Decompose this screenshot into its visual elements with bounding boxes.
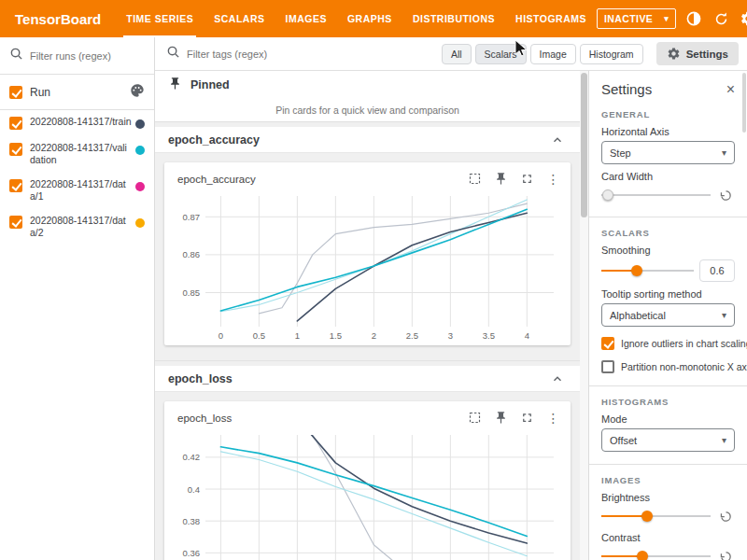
- scrollbar-thumb[interactable]: [581, 73, 587, 217]
- tags-filter-input[interactable]: [187, 49, 442, 60]
- partition-x-axis-checkbox[interactable]: Partition non-monotonic X axis: [601, 359, 735, 373]
- card-actions: ⋮: [467, 171, 561, 187]
- histograms-heading: HISTOGRAMS: [601, 397, 735, 407]
- header-actions: INACTIVE ▾ ?: [597, 8, 747, 29]
- checkbox-icon[interactable]: [601, 360, 614, 373]
- run-row-data-1[interactable]: 20220808-141317/data/1: [0, 173, 154, 209]
- tab-histograms[interactable]: HISTOGRAMS: [505, 0, 597, 37]
- settings-panel-scrollbar[interactable]: [742, 73, 746, 133]
- smoothing-label: Smoothing: [601, 245, 735, 256]
- brightness-control: [601, 507, 735, 525]
- svg-text:0.4: 0.4: [188, 484, 200, 495]
- card-width-slider[interactable]: [601, 186, 711, 204]
- chip-image[interactable]: Image: [530, 44, 576, 64]
- pinned-title: Pinned: [190, 78, 230, 91]
- chip-histogram[interactable]: Histogram: [580, 44, 643, 64]
- tab-graphs[interactable]: GRAPHS: [337, 0, 402, 37]
- pin-icon[interactable]: [493, 171, 509, 187]
- horizontal-axis-select[interactable]: Step ▾: [601, 141, 735, 164]
- fit-to-data-icon[interactable]: [467, 410, 483, 426]
- tooltip-sorting-value: Alphabetical: [610, 310, 666, 321]
- contrast-label: Contrast: [601, 532, 735, 543]
- run-checkbox[interactable]: [9, 216, 22, 229]
- kebab-menu-icon[interactable]: ⋮: [545, 171, 561, 187]
- run-checkbox[interactable]: [9, 143, 22, 156]
- slider-thumb[interactable]: [602, 189, 613, 201]
- run-label: 20220808-141317/validation: [30, 142, 132, 166]
- histogram-mode-select[interactable]: Offset ▾: [601, 428, 735, 452]
- fullscreen-icon[interactable]: [519, 410, 535, 426]
- epoch-accuracy-chart[interactable]: 00.511.522.533.540.850.860.87: [166, 189, 567, 345]
- run-label: 20220808-141317/train: [30, 116, 132, 128]
- brightness-slider[interactable]: [601, 507, 711, 525]
- brightness-label: Brightness: [601, 492, 735, 503]
- theme-toggle-icon[interactable]: [684, 9, 703, 28]
- slider-track[interactable]: [601, 194, 711, 196]
- run-row-train[interactable]: 20220808-141317/train: [0, 110, 154, 136]
- svg-text:0.87: 0.87: [183, 212, 201, 222]
- main-scrollbar[interactable]: [580, 71, 588, 560]
- reset-icon[interactable]: [716, 507, 735, 525]
- reset-icon[interactable]: [716, 547, 735, 560]
- contrast-slider[interactable]: [601, 547, 711, 560]
- tags-filter: [166, 45, 442, 63]
- chevron-down-icon: ▾: [722, 147, 726, 158]
- slider-thumb[interactable]: [631, 265, 642, 276]
- slider-fill: [601, 515, 647, 517]
- card-header: epoch_loss ⋮: [164, 401, 571, 426]
- epoch-loss-chart[interactable]: 00.511.522.533.540.360.380.40.42: [166, 427, 567, 560]
- tooltip-sorting-select[interactable]: Alphabetical ▾: [601, 303, 735, 327]
- slider-thumb[interactable]: [637, 551, 648, 560]
- svg-text:3.5: 3.5: [483, 330, 495, 341]
- settings-button[interactable]: Settings: [656, 42, 739, 65]
- gear-icon: [667, 47, 681, 61]
- divider: [589, 385, 747, 386]
- chip-scalars[interactable]: Scalars: [475, 44, 527, 64]
- run-checkbox[interactable]: [9, 179, 22, 192]
- card-width-label: Card Width: [601, 171, 735, 182]
- fit-to-data-icon[interactable]: [467, 171, 483, 187]
- tab-images[interactable]: IMAGES: [275, 0, 337, 37]
- cards-region: epoch_accuracy ⋮ 00.511.522.533.540.850.…: [155, 153, 580, 361]
- section-header-epoch-accuracy[interactable]: epoch_accuracy: [155, 127, 580, 153]
- tab-time-series[interactable]: TIME SERIES: [116, 0, 204, 37]
- run-row-data-2[interactable]: 20220808-141317/data/2: [0, 209, 154, 245]
- fullscreen-icon[interactable]: [519, 171, 535, 187]
- ignore-outliers-checkbox[interactable]: Ignore outliers in chart scaling: [601, 336, 735, 350]
- run-row-validation[interactable]: 20220808-141317/validation: [0, 136, 154, 173]
- runs-filter: [0, 37, 154, 75]
- close-icon[interactable]: ×: [726, 82, 735, 97]
- select-all-runs-checkbox[interactable]: [9, 86, 22, 99]
- runs-sidebar: Run 20220808-141317/train 20220808-14131…: [0, 37, 155, 560]
- tab-distributions[interactable]: DISTRIBUTIONS: [402, 0, 505, 37]
- svg-text:0.42: 0.42: [183, 452, 201, 462]
- runs-column-title: Run: [30, 86, 122, 99]
- runs-filter-input[interactable]: [30, 50, 145, 62]
- color-palette-icon[interactable]: [130, 83, 145, 101]
- checkbox-icon[interactable]: [601, 337, 614, 350]
- settings-panel-header: Settings ×: [601, 71, 735, 99]
- smoothing-value-input[interactable]: [699, 259, 735, 282]
- tooltip-sorting-label: Tooltip sorting method: [601, 288, 735, 300]
- run-color-dot: [135, 182, 145, 191]
- svg-text:1: 1: [295, 330, 300, 341]
- smoothing-slider[interactable]: [601, 261, 694, 280]
- section-header-epoch-loss[interactable]: epoch_loss: [155, 366, 580, 392]
- chevron-down-icon: ▾: [722, 310, 726, 320]
- runs-column-header: Run: [0, 75, 154, 110]
- chip-all[interactable]: All: [442, 44, 472, 64]
- tab-scalars[interactable]: SCALARS: [204, 0, 275, 37]
- refresh-icon[interactable]: [712, 9, 730, 28]
- divider: [589, 217, 747, 217]
- data-status-dropdown[interactable]: INACTIVE ▾: [597, 8, 676, 29]
- pin-icon[interactable]: [493, 410, 509, 426]
- chevron-up-icon[interactable]: [548, 131, 567, 149]
- run-checkbox[interactable]: [9, 117, 22, 130]
- svg-text:2.5: 2.5: [406, 330, 418, 341]
- gear-icon[interactable]: [739, 9, 747, 28]
- checkbox-label: Ignore outliers in chart scaling: [621, 338, 747, 349]
- reset-icon[interactable]: [716, 186, 735, 204]
- slider-thumb[interactable]: [641, 511, 653, 522]
- kebab-menu-icon[interactable]: ⋮: [545, 410, 561, 426]
- chevron-up-icon[interactable]: [548, 370, 567, 388]
